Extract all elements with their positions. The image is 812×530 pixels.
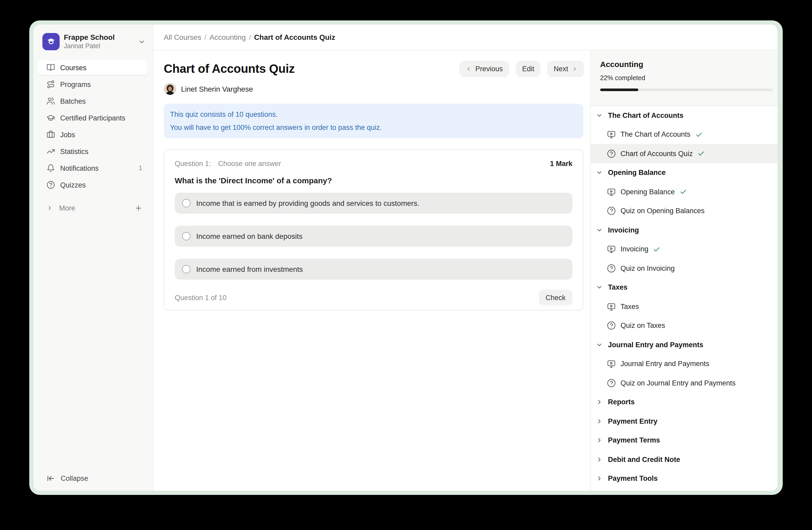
outline-section-taxes[interactable]: Taxes (591, 278, 778, 297)
outline-section-label: The Chart of Accounts (608, 112, 684, 120)
sidebar-item-jobs[interactable]: Jobs (37, 127, 147, 142)
answer-option[interactable]: Income earned from investments (175, 259, 572, 280)
sidebar-item-label: Quizzes (60, 181, 142, 189)
sidebar-item-label: Courses (60, 64, 142, 71)
workspace-switcher[interactable]: Frappe School Jannat Patel (33, 25, 153, 50)
collapse-sidebar-button[interactable]: Collapse (33, 471, 88, 486)
bell-icon (46, 164, 55, 172)
sidebar-menu: CoursesProgramsBatchesCertified Particip… (33, 60, 153, 192)
completed-check-icon (679, 188, 687, 196)
sidebar-item-label: Notifications (60, 164, 139, 172)
quiz-notice-banner: This quiz consists of 10 questions. You … (164, 104, 583, 138)
sidebar-item-label: Statistics (60, 148, 142, 155)
outline-section-label: Journal Entry and Payments (608, 341, 704, 349)
answer-option[interactable]: Income that is earned by providing goods… (175, 193, 572, 214)
help-circle-icon (607, 264, 616, 273)
route-icon (46, 80, 55, 88)
outline-section-label: Payment Entry (608, 417, 657, 425)
sidebar-item-courses[interactable]: Courses (37, 60, 147, 75)
check-button[interactable]: Check (539, 290, 572, 305)
page-title: Chart of Accounts Quiz (164, 62, 460, 76)
sidebar-item-certified-participants[interactable]: Certified Participants (37, 111, 147, 125)
left-sidebar: Frappe School Jannat Patel CoursesProgra… (33, 25, 153, 491)
chevron-left-icon (466, 66, 472, 72)
outline-item-label: Quiz on Taxes (621, 322, 665, 330)
breadcrumb-all-courses[interactable]: All Courses (164, 33, 201, 41)
sidebar-item-statistics[interactable]: Statistics (37, 144, 147, 159)
chevron-down-icon (596, 169, 603, 176)
frappe-school-logo (42, 33, 60, 50)
outline-section-invoicing[interactable]: Invoicing (591, 221, 778, 240)
outline-section-label: Payment Tools (608, 475, 658, 483)
outline-item-taxes[interactable]: Taxes (591, 297, 778, 316)
help-circle-icon (607, 149, 616, 158)
answer-option-label: Income earned on bank deposits (196, 232, 302, 240)
outline-section-debit-and-credit-note[interactable]: Debit and Credit Note (591, 450, 778, 469)
outline-item-quiz-on-invoicing[interactable]: Quiz on Invoicing (591, 259, 778, 278)
monitor-play-icon (607, 245, 616, 254)
outline-item-label: The Chart of Accounts (621, 131, 690, 139)
next-button[interactable]: Next (547, 61, 584, 77)
breadcrumb-separator: / (249, 33, 251, 41)
sidebar-item-programs[interactable]: Programs (37, 77, 147, 92)
answer-option-label: Income earned from investments (196, 265, 303, 274)
chevron-down-icon[interactable] (138, 38, 145, 45)
outline-section-label: Opening Balance (608, 169, 666, 177)
outline-section-payment-tools[interactable]: Payment Tools (591, 469, 778, 488)
sidebar-item-notifications[interactable]: Notifications1 (37, 161, 147, 176)
graduation-cap-logo-icon (45, 36, 57, 47)
app-window: Frappe School Jannat Patel CoursesProgra… (33, 25, 778, 491)
breadcrumb-current: Chart of Accounts Quiz (254, 33, 335, 41)
monitor-play-icon (607, 187, 616, 196)
outline-section-label: Taxes (608, 283, 627, 291)
outline-item-label: Opening Balance (621, 188, 675, 196)
answer-option-label: Income that is earned by providing goods… (196, 199, 419, 207)
previous-button[interactable]: Previous (460, 61, 509, 77)
sidebar-item-label: Batches (60, 97, 142, 105)
outline-item-label: Quiz on Journal Entry and Payments (621, 379, 736, 387)
chevron-right-icon (596, 418, 603, 425)
workspace-title: Frappe School (64, 33, 138, 42)
sidebar-item-batches[interactable]: Batches (37, 94, 147, 108)
sidebar-item-quizzes[interactable]: Quizzes (37, 178, 147, 192)
question-text: What is the 'Direct Income' of a company… (175, 176, 572, 187)
outline-section-label: Invoicing (608, 226, 639, 234)
outline-section-reports[interactable]: Reports (591, 392, 778, 412)
avatar (164, 83, 176, 95)
radio-button[interactable] (182, 232, 190, 240)
outline-item-the-chart-of-accounts[interactable]: The Chart of Accounts (591, 125, 778, 144)
outline-item-quiz-on-opening-balances[interactable]: Quiz on Opening Balances (591, 201, 778, 221)
course-outline-panel: Accounting 22% completed The Chart of Ac… (590, 50, 778, 491)
outline-section-the-chart-of-accounts[interactable]: The Chart of Accounts (591, 106, 778, 125)
help-circle-icon (607, 379, 616, 388)
outline-section-label: Reports (608, 398, 635, 406)
course-panel-header: Accounting 22% completed (591, 50, 778, 106)
outline-section-payment-terms[interactable]: Payment Terms (591, 431, 778, 450)
outline-section-payment-entry[interactable]: Payment Entry (591, 412, 778, 431)
outline-section-opening-balance[interactable]: Opening Balance (591, 163, 778, 182)
collapse-label: Collapse (61, 474, 88, 482)
outline-section-journal-entry-and-payments[interactable]: Journal Entry and Payments (591, 335, 778, 354)
outline-item-journal-entry-and-payments[interactable]: Journal Entry and Payments (591, 354, 778, 373)
completed-check-icon (653, 246, 661, 253)
edit-button[interactable]: Edit (516, 61, 541, 77)
outline-item-chart-of-accounts-quiz[interactable]: Chart of Accounts Quiz (591, 144, 778, 163)
sidebar-item-label: Certified Participants (60, 114, 142, 122)
monitor-play-icon (607, 360, 616, 368)
answer-options: Income that is earned by providing goods… (175, 193, 572, 280)
workspace-user: Jannat Patel (64, 42, 138, 50)
outline-item-invoicing[interactable]: Invoicing (591, 240, 778, 259)
answer-option[interactable]: Income earned on bank deposits (175, 226, 572, 247)
outline-item-label: Invoicing (621, 245, 649, 253)
radio-button[interactable] (182, 265, 190, 274)
outline-item-opening-balance[interactable]: Opening Balance (591, 182, 778, 201)
sidebar-item-more[interactable]: More (33, 200, 153, 215)
radio-button[interactable] (182, 199, 190, 207)
outline-item-quiz-on-journal-entry-and-payments[interactable]: Quiz on Journal Entry and Payments (591, 373, 778, 392)
breadcrumb-accounting[interactable]: Accounting (209, 33, 246, 41)
breadcrumb-separator: / (204, 33, 206, 41)
question-instruction: Choose one answer (218, 159, 550, 167)
outline-item-quiz-on-taxes[interactable]: Quiz on Taxes (591, 316, 778, 335)
course-completed-label: 22% completed (600, 74, 772, 82)
plus-icon[interactable] (134, 204, 142, 212)
